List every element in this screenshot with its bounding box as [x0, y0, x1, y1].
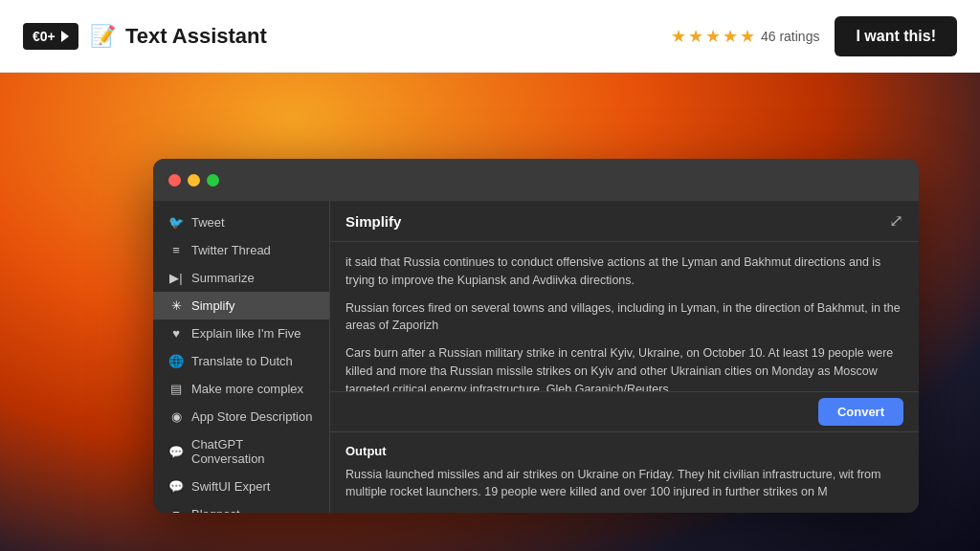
panel-title: Simplify	[345, 213, 401, 230]
sidebar-label-simplify: Simplify	[191, 298, 235, 313]
title-bar	[153, 159, 919, 201]
ratings-count: 46 ratings	[761, 29, 819, 44]
topbar-left: €0+ 📝 Text Assistant	[23, 23, 267, 50]
output-text: Russia launched missiles and air strikes…	[345, 466, 903, 502]
sidebar-label-swiftui: SwiftUI Expert	[191, 479, 270, 494]
sidebar-label-complex: Make more complex	[191, 382, 303, 396]
tweet-icon: 🐦	[168, 215, 184, 230]
traffic-lights	[168, 174, 219, 187]
maximize-button-dot[interactable]	[207, 174, 219, 187]
app-emoji: 📝	[90, 24, 116, 48]
sidebar-label-translate: Translate to Dutch	[191, 354, 293, 368]
sidebar-item-simplify[interactable]: ✳ Simplify	[153, 292, 329, 320]
price-badge[interactable]: €0+	[23, 23, 78, 50]
sidebar-label-summarize: Summarize	[191, 271, 255, 285]
blogpost-icon: ≡	[168, 507, 184, 513]
sidebar: 🐦 Tweet ≡ Twitter Thread ▶| Summarize ✳ …	[153, 201, 330, 513]
sidebar-item-appstore[interactable]: ◉ App Store Description	[153, 403, 329, 430]
text-content[interactable]: it said that Russia continues to conduct…	[330, 242, 919, 391]
sidebar-item-blogpost[interactable]: ≡ Blogpost	[153, 500, 329, 513]
complex-icon: ▤	[168, 382, 184, 396]
sidebar-label-twitter-thread: Twitter Thread	[191, 243, 271, 257]
sidebar-label-chatgpt: ChatGPT Conversation	[191, 437, 314, 466]
convert-row: Convert	[330, 391, 919, 431]
panel-header: Simplify ⤢	[330, 201, 919, 242]
sidebar-label-blogpost: Blogpost	[191, 507, 240, 513]
output-section: Output Russia launched missiles and air …	[330, 431, 919, 514]
star-ratings: ★ ★ ★ ★ ★	[671, 26, 755, 47]
minimize-button-dot[interactable]	[188, 174, 200, 187]
swiftui-icon: 💬	[168, 479, 184, 494]
star-2: ★	[688, 26, 703, 47]
topbar-right: ★ ★ ★ ★ ★ 46 ratings I want this!	[671, 16, 957, 56]
ratings: ★ ★ ★ ★ ★ 46 ratings	[671, 26, 819, 47]
close-button-dot[interactable]	[168, 174, 181, 187]
sidebar-item-explain[interactable]: ♥ Explain like I'm Five	[153, 320, 329, 347]
topbar: €0+ 📝 Text Assistant ★ ★ ★ ★ ★ 46 rating…	[0, 0, 980, 73]
text-paragraph-1: it said that Russia continues to conduct…	[345, 253, 903, 290]
simplify-icon: ✳	[168, 298, 184, 313]
sidebar-item-swiftui[interactable]: 💬 SwiftUI Expert	[153, 473, 329, 500]
sidebar-label-tweet: Tweet	[191, 215, 225, 230]
panel-close-icon[interactable]: ⤢	[889, 210, 903, 231]
app-title: 📝 Text Assistant	[90, 24, 267, 49]
sidebar-item-tweet[interactable]: 🐦 Tweet	[153, 209, 329, 236]
sidebar-item-twitter-thread[interactable]: ≡ Twitter Thread	[153, 236, 329, 264]
sidebar-item-chatgpt[interactable]: 💬 ChatGPT Conversation	[153, 430, 329, 473]
sidebar-item-complex[interactable]: ▤ Make more complex	[153, 375, 329, 403]
app-window: 🐦 Tweet ≡ Twitter Thread ▶| Summarize ✳ …	[153, 159, 919, 513]
main-panel: Simplify ⤢ it said that Russia continues…	[330, 201, 919, 513]
chatgpt-icon: 💬	[168, 445, 184, 459]
sidebar-label-appstore: App Store Description	[191, 409, 312, 424]
window-content: 🐦 Tweet ≡ Twitter Thread ▶| Summarize ✳ …	[153, 201, 919, 513]
text-paragraph-3: Cars burn after a Russian military strik…	[345, 344, 903, 391]
cta-button[interactable]: I want this!	[835, 16, 957, 56]
sidebar-label-explain: Explain like I'm Five	[191, 326, 301, 341]
price-label: €0+	[33, 29, 56, 44]
output-label: Output	[345, 444, 903, 458]
star-4: ★	[723, 26, 738, 47]
star-1: ★	[671, 26, 686, 47]
arrow-icon	[61, 31, 69, 42]
sidebar-item-summarize[interactable]: ▶| Summarize	[153, 264, 329, 292]
sidebar-item-translate[interactable]: 🌐 Translate to Dutch	[153, 347, 329, 375]
translate-icon: 🌐	[168, 354, 184, 368]
text-paragraph-2: Russian forces fired on several towns an…	[345, 299, 903, 336]
convert-button[interactable]: Convert	[818, 398, 903, 426]
appstore-icon: ◉	[168, 409, 184, 424]
star-3: ★	[705, 26, 721, 47]
star-5: ★	[740, 26, 755, 47]
twitter-thread-icon: ≡	[168, 243, 184, 257]
explain-icon: ♥	[168, 326, 184, 341]
main-area: 🐦 Tweet ≡ Twitter Thread ▶| Summarize ✳ …	[0, 73, 980, 551]
summarize-icon: ▶|	[168, 271, 184, 285]
